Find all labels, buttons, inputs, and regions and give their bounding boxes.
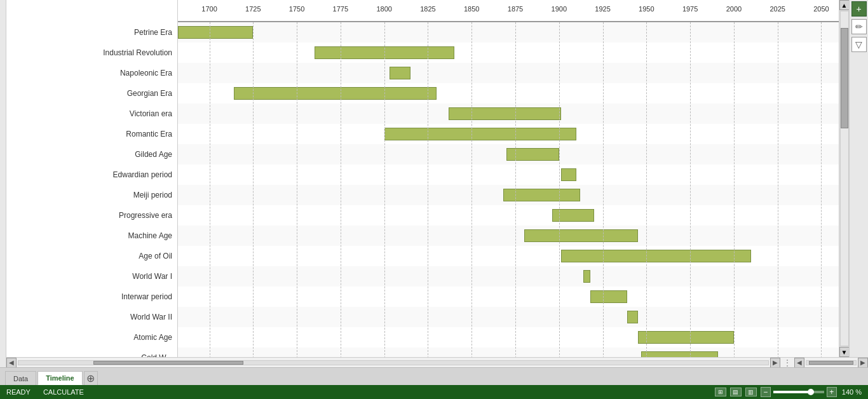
bottom-scrollbar: ◀ ▶ ⋮ ◀ ▶ <box>6 357 868 367</box>
zoom-slider-fill <box>773 391 809 393</box>
bar-row-13 <box>178 287 839 307</box>
status-right: ⊞ ▤ ▥ − + 140 % <box>715 387 862 397</box>
bar-row-4 <box>178 104 839 124</box>
bar-11[interactable] <box>561 250 752 262</box>
row-label-2: Napoleonic Era <box>6 63 177 83</box>
bar-2[interactable] <box>390 67 410 79</box>
add-column-button[interactable]: + <box>851 1 867 17</box>
row-label-3: Georgian Era <box>6 83 177 104</box>
axis-header: 1700172517501775180018251850187519001925… <box>178 0 839 22</box>
hscroll-right-button[interactable]: ▶ <box>770 358 780 368</box>
hscroll-thumb[interactable] <box>93 361 243 365</box>
bar-row-9 <box>178 205 839 226</box>
filter-button[interactable]: ▽ <box>851 37 867 52</box>
chart-scroll-area: Petrine EraIndustrial RevolutionNapoleon… <box>6 0 868 357</box>
pencil-button[interactable]: ✏ <box>851 19 867 34</box>
bar-6[interactable] <box>506 148 559 161</box>
axis-tick-1800: 1800 <box>376 5 391 13</box>
bar-8[interactable] <box>503 189 580 201</box>
bar-row-2 <box>178 63 839 83</box>
chart-main: Petrine EraIndustrial RevolutionNapoleon… <box>6 0 868 367</box>
axis-tick-1900: 1900 <box>552 5 567 13</box>
bar-0[interactable] <box>178 26 253 39</box>
hscroll-track2[interactable] <box>806 360 857 365</box>
zoom-control: − + 140 % <box>761 387 862 397</box>
row-label-11: Age of Oil <box>6 246 177 266</box>
axis-tick-1975: 1975 <box>682 5 698 13</box>
axis-tick-1925: 1925 <box>595 5 610 13</box>
vscroll-up-button[interactable]: ▲ <box>839 0 850 10</box>
bar-row-3 <box>178 83 839 104</box>
bar-row-8 <box>178 185 839 205</box>
tab-data[interactable]: Data <box>5 371 36 385</box>
preview-icon[interactable]: ▥ <box>745 388 757 396</box>
row-label-16: Cold W... <box>6 348 177 357</box>
bar-14[interactable] <box>627 311 638 323</box>
row-label-0: Petrine Era <box>6 22 177 43</box>
bar-row-12 <box>178 266 839 287</box>
tab-bar: Data Timeline ⊕ <box>0 367 868 385</box>
bars-container <box>178 22 839 357</box>
axis-tick-1750: 1750 <box>289 5 304 13</box>
bar-15[interactable] <box>638 331 734 344</box>
left-scroll-area <box>0 0 6 367</box>
bar-12[interactable] <box>583 270 590 283</box>
axis-tick-1825: 1825 <box>420 5 435 13</box>
axis-tick-2050: 2050 <box>813 5 829 13</box>
add-tab-button[interactable]: ⊕ <box>84 371 98 385</box>
bar-row-16 <box>178 348 839 357</box>
zoom-slider[interactable] <box>773 391 824 393</box>
bar-row-10 <box>178 226 839 246</box>
vscroll-down-button[interactable]: ▼ <box>839 347 850 357</box>
zoom-level: 140 % <box>842 388 862 396</box>
bar-5[interactable] <box>384 128 577 140</box>
bar-9[interactable] <box>552 209 594 222</box>
filter-icon: ▽ <box>855 39 862 50</box>
hscroll-right2-button[interactable]: ▶ <box>858 358 868 368</box>
bar-7[interactable] <box>561 168 577 181</box>
row-label-10: Machine Age <box>6 226 177 246</box>
hscroll-left2-button[interactable]: ◀ <box>794 358 804 368</box>
right-toolbar: + ✏ ▽ <box>849 0 868 357</box>
tab-data-label: Data <box>13 375 28 382</box>
hscroll-thumb2[interactable] <box>809 361 853 365</box>
row-label-14: World War II <box>6 307 177 327</box>
bar-row-7 <box>178 165 839 185</box>
zoom-in-button[interactable]: + <box>827 387 837 397</box>
vscroll-thumb[interactable] <box>841 28 848 128</box>
row-label-4: Victorian era <box>6 104 177 124</box>
bar-row-6 <box>178 144 839 165</box>
hscroll-left-button[interactable]: ◀ <box>6 358 17 368</box>
bar-13[interactable] <box>590 290 627 303</box>
axis-tick-2000: 2000 <box>726 5 742 13</box>
row-label-13: Interwar period <box>6 287 177 307</box>
status-ready: READY <box>6 388 31 396</box>
axis-tick-1850: 1850 <box>464 5 479 13</box>
zoom-slider-thumb[interactable] <box>808 389 814 395</box>
row-labels: Petrine EraIndustrial RevolutionNapoleon… <box>6 0 178 357</box>
grid-view-icon[interactable]: ⊞ <box>715 388 726 396</box>
axis-tick-1725: 1725 <box>245 5 261 13</box>
bar-16[interactable] <box>641 351 718 357</box>
tab-timeline[interactable]: Timeline <box>37 371 82 385</box>
row-label-6: Gilded Age <box>6 144 177 165</box>
axis-tick-1950: 1950 <box>639 5 654 13</box>
bar-3[interactable] <box>234 87 437 100</box>
bar-1[interactable] <box>315 46 454 59</box>
axis-tick-1875: 1875 <box>508 5 523 13</box>
axis-tick-1700: 1700 <box>201 5 217 13</box>
bar-row-14 <box>178 307 839 327</box>
hscroll-track[interactable] <box>18 360 769 365</box>
row-label-15: Atomic Age <box>6 327 177 348</box>
vertical-scrollbar: ▲ ▼ <box>839 0 849 357</box>
bar-4[interactable] <box>449 107 560 120</box>
chart-area: 1700172517501775180018251850187519001925… <box>178 0 839 357</box>
page-view-icon[interactable]: ▤ <box>730 388 742 396</box>
status-bar: READY CALCULATE ⊞ ▤ ▥ − + 140 % <box>0 385 868 399</box>
zoom-out-button[interactable]: − <box>761 387 771 397</box>
bar-10[interactable] <box>524 229 638 242</box>
bar-row-5 <box>178 124 839 144</box>
bar-row-1 <box>178 43 839 63</box>
row-label-9: Progressive era <box>6 205 177 226</box>
vscroll-track[interactable] <box>840 11 849 346</box>
